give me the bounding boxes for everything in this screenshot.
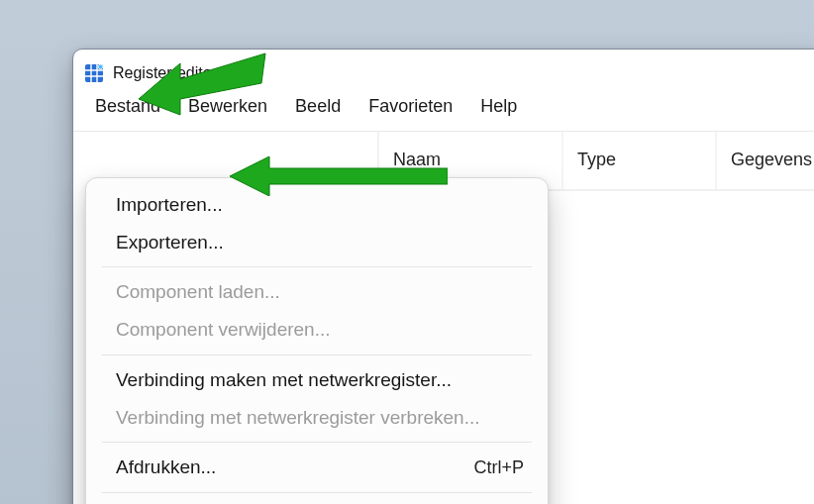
menu-separator [102,354,532,355]
menuitem-load-hive: Component laden... [86,273,548,311]
menuitem-print-accel: Ctrl+P [473,456,524,479]
window-title: Register-editor [113,64,217,82]
menuitem-print[interactable]: Afdrukken... Ctrl+P [86,449,548,486]
registry-editor-window: Register-editor Bestand Bewerken Beeld F… [72,49,814,504]
file-menu-dropdown: Importeren... Exporteren... Component la… [85,177,549,504]
menu-favorites[interactable]: Favorieten [355,93,466,125]
menu-edit[interactable]: Bewerken [174,93,281,125]
menu-separator [102,266,532,267]
menu-file[interactable]: Bestand [81,93,174,125]
window-content: Naam Type Gegevens Importeren... Exporte… [73,131,814,504]
menuitem-unload-hive: Component verwijderen... [86,311,548,349]
titlebar: Register-editor [73,50,814,93]
app-icon [85,64,103,82]
menuitem-connect-network[interactable]: Verbinding maken met netwerkregister... [86,361,548,399]
menu-view[interactable]: Beeld [281,93,355,125]
menubar: Bestand Bewerken Beeld Favorieten Help [73,93,814,131]
menuitem-exit[interactable]: Afsluiten [86,499,548,504]
column-header-data[interactable]: Gegevens [717,132,814,189]
svg-point-1 [98,64,103,69]
menuitem-disconnect-network: Verbinding met netwerkregister verbreken… [86,399,548,437]
menu-help[interactable]: Help [466,93,531,125]
column-header-type[interactable]: Type [563,132,717,189]
menuitem-import[interactable]: Importeren... [86,186,548,224]
menu-separator [102,442,532,443]
menu-separator [102,492,532,493]
menuitem-export[interactable]: Exporteren... [86,224,548,261]
desktop-background: Register-editor Bestand Bewerken Beeld F… [0,0,814,504]
